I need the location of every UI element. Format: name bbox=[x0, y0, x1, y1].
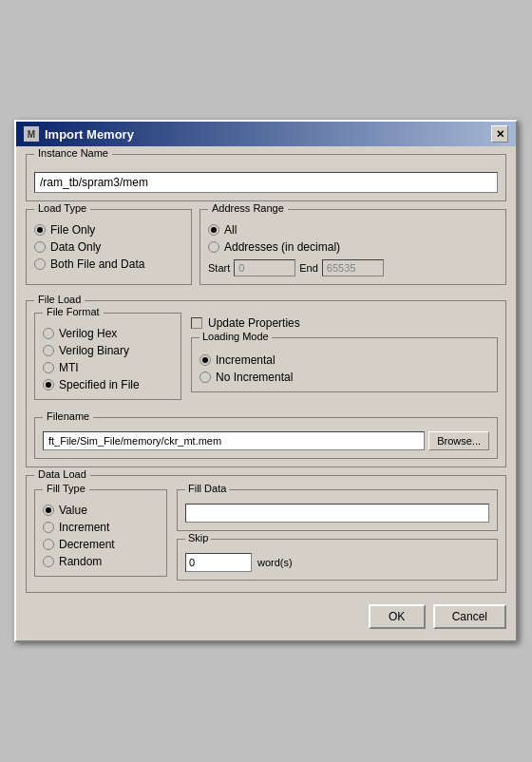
file-format-group: File Format Verilog Hex Verilog Binary bbox=[34, 313, 181, 400]
file-format-label-1: Verilog Binary bbox=[59, 344, 129, 357]
address-range-option-label-1: Addresses (in decimal) bbox=[224, 240, 340, 254]
address-range-radio-0[interactable] bbox=[208, 224, 219, 236]
file-load-label: File Load bbox=[34, 294, 85, 305]
loading-mode-label-1: No Incremental bbox=[216, 371, 293, 384]
load-type-option-1[interactable]: Data Only bbox=[34, 240, 183, 254]
fill-type-option-1[interactable]: Increment bbox=[43, 521, 159, 534]
fill-type-radio-3[interactable] bbox=[43, 556, 54, 567]
start-input[interactable] bbox=[234, 259, 295, 276]
address-range-radio-group: All Addresses (in decimal) bbox=[208, 223, 498, 254]
ok-button[interactable]: OK bbox=[369, 604, 426, 629]
skip-label: Skip bbox=[185, 532, 211, 543]
address-range-group: Address Range All Addresses (in decimal)… bbox=[200, 209, 506, 285]
app-icon: M bbox=[24, 126, 39, 142]
instance-name-group: Instance Name bbox=[26, 154, 506, 201]
browse-button[interactable]: Browse... bbox=[428, 431, 489, 450]
start-label: Start bbox=[208, 262, 230, 274]
fill-type-option-0[interactable]: Value bbox=[43, 504, 159, 517]
filename-label: Filename bbox=[43, 410, 93, 422]
update-properties-checkbox[interactable] bbox=[191, 317, 202, 329]
load-type-group: Load Type File Only Data Only Both File … bbox=[26, 209, 192, 285]
address-range-option-label-0: All bbox=[224, 223, 237, 237]
file-format-option-1[interactable]: Verilog Binary bbox=[43, 344, 173, 357]
skip-unit: word(s) bbox=[257, 557, 293, 568]
cancel-button[interactable]: Cancel bbox=[433, 604, 506, 629]
end-input[interactable] bbox=[322, 259, 384, 276]
fill-type-radio-group: Value Increment Decrement Random bbox=[43, 504, 159, 568]
close-button[interactable]: ✕ bbox=[491, 125, 508, 143]
loading-mode-label-0: Incremental bbox=[216, 353, 276, 367]
fill-type-radio-0[interactable] bbox=[43, 505, 54, 516]
load-type-radio-1[interactable] bbox=[34, 241, 46, 253]
file-format-label-3: Specified in File bbox=[59, 378, 140, 391]
file-format-radio-group: Verilog Hex Verilog Binary MTI Spec bbox=[43, 327, 173, 391]
update-properties-row[interactable]: Update Properties bbox=[191, 316, 498, 330]
file-format-label-0: Verilog Hex bbox=[59, 327, 117, 340]
data-load-label: Data Load bbox=[34, 468, 90, 480]
fill-type-option-2[interactable]: Decrement bbox=[43, 538, 159, 551]
skip-group: Skip word(s) bbox=[177, 539, 498, 581]
instance-name-input[interactable] bbox=[34, 172, 498, 193]
address-range-option-0[interactable]: All bbox=[208, 223, 498, 237]
fill-data-label: Fill Data bbox=[185, 483, 229, 494]
update-properties-label: Update Properties bbox=[208, 316, 300, 330]
file-format-label-2: MTI bbox=[59, 361, 79, 374]
load-type-option-0[interactable]: File Only bbox=[34, 223, 183, 237]
file-load-inner: File Format Verilog Hex Verilog Binary bbox=[34, 313, 498, 408]
address-range-label: Address Range bbox=[208, 202, 288, 214]
loading-mode-radio-1[interactable] bbox=[200, 371, 211, 383]
skip-row: word(s) bbox=[185, 553, 489, 572]
loading-mode-radio-0[interactable] bbox=[200, 354, 211, 366]
dialog-body: Instance Name Load Type File Only Data O… bbox=[16, 146, 516, 640]
address-range-option-1[interactable]: Addresses (in decimal) bbox=[208, 240, 498, 254]
fill-data-group: Fill Data bbox=[177, 489, 498, 531]
end-label: End bbox=[299, 262, 318, 274]
fill-type-label-0: Value bbox=[59, 504, 87, 517]
file-format-radio-2[interactable] bbox=[43, 362, 54, 373]
fill-data-col: Fill Data Skip word(s) bbox=[177, 489, 498, 584]
skip-input[interactable] bbox=[185, 553, 252, 572]
fill-type-label: Fill Type bbox=[43, 483, 89, 494]
fill-data-input[interactable] bbox=[185, 504, 489, 523]
file-format-radio-1[interactable] bbox=[43, 345, 54, 356]
file-format-option-3[interactable]: Specified in File bbox=[43, 378, 173, 391]
loading-mode-option-1[interactable]: No Incremental bbox=[200, 371, 489, 384]
load-type-option-label-1: Data Only bbox=[50, 240, 101, 254]
loading-mode-option-0[interactable]: Incremental bbox=[200, 353, 489, 367]
top-row: Load Type File Only Data Only Both File … bbox=[26, 209, 506, 293]
file-load-right: Update Properties Loading Mode Increment… bbox=[191, 313, 498, 408]
file-format-option-0[interactable]: Verilog Hex bbox=[43, 327, 173, 340]
address-inputs-row: Start End bbox=[208, 259, 498, 276]
load-type-radio-group: File Only Data Only Both File and Data bbox=[34, 223, 183, 271]
instance-name-label: Instance Name bbox=[34, 147, 112, 159]
button-row: OK Cancel bbox=[26, 600, 506, 631]
load-type-option-2[interactable]: Both File and Data bbox=[34, 257, 183, 271]
loading-mode-label: Loading Mode bbox=[200, 331, 272, 342]
data-load-inner: Fill Type Value Increment Decrement bbox=[34, 489, 498, 584]
fill-type-label-3: Random bbox=[59, 555, 102, 568]
file-format-label: File Format bbox=[43, 306, 104, 317]
load-type-radio-0[interactable] bbox=[34, 224, 46, 236]
filename-input[interactable] bbox=[43, 431, 425, 450]
file-load-group: File Load File Format Verilog Hex Verilo… bbox=[26, 300, 506, 467]
title-bar-left: M Import Memory bbox=[24, 126, 134, 142]
file-format-radio-3[interactable] bbox=[43, 379, 54, 391]
fill-type-radio-2[interactable] bbox=[43, 539, 54, 550]
data-load-group: Data Load Fill Type Value Increment bbox=[26, 475, 506, 593]
filename-input-row: Browse... bbox=[43, 431, 489, 450]
title-bar: M Import Memory ✕ bbox=[16, 122, 516, 146]
load-type-label: Load Type bbox=[34, 202, 90, 214]
import-memory-dialog: M Import Memory ✕ Instance Name Load Typ… bbox=[14, 120, 518, 642]
fill-type-radio-1[interactable] bbox=[43, 522, 54, 533]
address-range-radio-1[interactable] bbox=[208, 241, 219, 253]
load-type-radio-2[interactable] bbox=[34, 258, 46, 270]
fill-type-option-3[interactable]: Random bbox=[43, 555, 159, 568]
load-type-option-label-2: Both File and Data bbox=[50, 257, 144, 271]
file-format-radio-0[interactable] bbox=[43, 328, 54, 339]
file-format-option-2[interactable]: MTI bbox=[43, 361, 173, 374]
fill-type-label-1: Increment bbox=[59, 521, 109, 534]
loading-mode-radio-group: Incremental No Incremental bbox=[200, 353, 489, 384]
fill-type-group: Fill Type Value Increment Decrement bbox=[34, 489, 167, 577]
dialog-title: Import Memory bbox=[45, 127, 134, 142]
loading-mode-group: Loading Mode Incremental No Incremental bbox=[191, 337, 498, 392]
